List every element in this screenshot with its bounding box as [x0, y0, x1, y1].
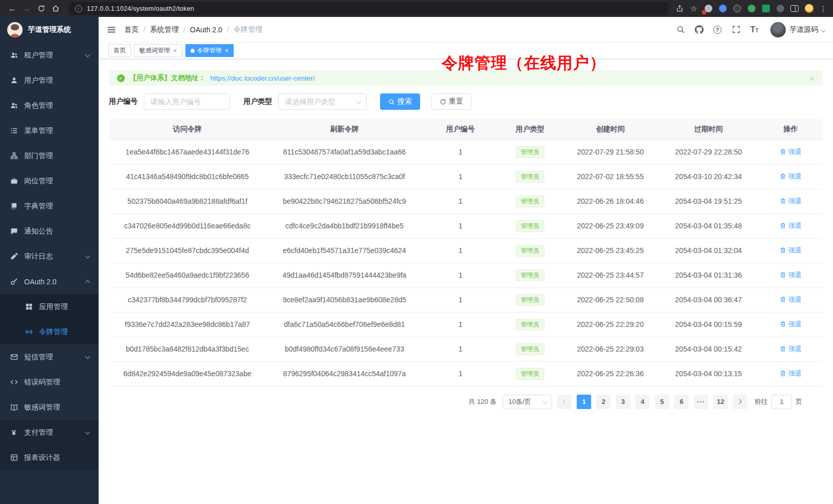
- share-icon[interactable]: [675, 4, 684, 13]
- delete-icon: [780, 272, 786, 278]
- user-type-badge: 管理员: [516, 171, 544, 183]
- force-logout-button[interactable]: 强退: [780, 172, 802, 181]
- goto-suffix: 页: [796, 397, 802, 406]
- font-size-button[interactable]: TT: [749, 24, 760, 35]
- extension-icon-5[interactable]: [761, 4, 770, 13]
- next-page-button[interactable]: [733, 395, 747, 409]
- user-dropdown[interactable]: 芋道源码: [770, 22, 825, 37]
- breadcrumb-item-0[interactable]: 首页: [124, 25, 139, 34]
- alert-close-icon[interactable]: ×: [810, 74, 815, 83]
- browser-back-button[interactable]: ←: [5, 2, 20, 15]
- home-icon: [52, 5, 60, 12]
- breadcrumb-item-2[interactable]: OAuth 2.0: [190, 26, 222, 34]
- sidebar-item-pay[interactable]: ¥ 支付管理: [0, 420, 99, 445]
- created-at-cell: 2022-06-26 18:04:46: [562, 189, 659, 214]
- chevron-right-icon: [737, 399, 742, 404]
- sidebar-item-dept[interactable]: 部门管理: [0, 143, 99, 168]
- force-logout-button[interactable]: 强退: [780, 295, 802, 304]
- browser-profile-avatar[interactable]: [804, 4, 813, 13]
- search-button[interactable]: 搜索: [380, 93, 420, 110]
- fullscreen-button[interactable]: [730, 24, 742, 35]
- sidebar-item-audit-log[interactable]: 审计日志: [0, 244, 99, 269]
- app-logo[interactable]: 芋道管理系统: [0, 17, 99, 43]
- browser-reload-button[interactable]: [34, 2, 48, 15]
- extension-icon-4[interactable]: [747, 4, 756, 13]
- user-id-input[interactable]: [144, 93, 230, 110]
- alert-doc-link[interactable]: https://doc.iocoder.cn/user-center/: [211, 74, 315, 82]
- prev-page-button[interactable]: [557, 395, 572, 409]
- page-button-4[interactable]: 4: [635, 395, 650, 409]
- browser-menu-icon[interactable]: ⋮: [819, 4, 828, 13]
- force-logout-button[interactable]: 强退: [780, 246, 802, 255]
- sidebar-item-tenant[interactable]: 租户管理: [0, 43, 99, 68]
- sidebar-item-menu[interactable]: 菜单管理: [0, 118, 99, 143]
- address-bar[interactable]: i 127.0.0.1:1024/system/oauth2/token: [69, 2, 669, 15]
- github-button[interactable]: [693, 24, 705, 35]
- refresh-token-cell: 49d1aa46d1454fbd87591444423be9fa: [266, 263, 423, 287]
- extension-icon-6[interactable]: [775, 4, 785, 13]
- sidebar-item-error-code[interactable]: 错误码管理: [0, 370, 99, 395]
- sidebar-item-post[interactable]: 岗位管理: [0, 168, 99, 193]
- force-logout-button[interactable]: 强退: [780, 369, 802, 378]
- bookmark-star-icon[interactable]: ☆: [689, 4, 698, 13]
- page-button-5[interactable]: 5: [655, 395, 669, 409]
- force-logout-button[interactable]: 强退: [780, 270, 802, 280]
- browser-forward-button[interactable]: →: [20, 2, 34, 15]
- user-id-cell: 1: [423, 263, 498, 287]
- user-type-select[interactable]: [278, 93, 367, 110]
- help-button[interactable]: ?: [712, 24, 723, 35]
- goto-page-input[interactable]: [771, 395, 792, 409]
- page-button-3[interactable]: 3: [616, 395, 630, 409]
- tab-0[interactable]: 首页: [108, 44, 131, 57]
- active-tab-dot: [191, 49, 195, 53]
- page-button-12[interactable]: 12: [713, 395, 728, 409]
- yen-icon: ¥: [10, 429, 18, 437]
- envelope-icon: [10, 353, 18, 361]
- delete-icon: [780, 370, 786, 377]
- sidebar-item-dict[interactable]: 字典管理: [0, 193, 99, 219]
- browser-home-button[interactable]: [48, 2, 63, 15]
- page-size-select[interactable]: [503, 395, 552, 409]
- extension-icon-2[interactable]: [718, 4, 727, 13]
- reset-button[interactable]: 重置: [431, 93, 471, 110]
- sidebar-item-oauth2-token[interactable]: 令牌管理: [0, 319, 99, 344]
- access-token-cell: 275e5de9151045fe87cbdc395e004f4d: [109, 238, 266, 263]
- sidebar-item-user[interactable]: 用户管理: [0, 68, 99, 93]
- tags-view: 首页 敏感词管理 × 令牌管理 ×: [99, 43, 833, 59]
- more-pages-button[interactable]: ···: [694, 395, 708, 409]
- header-search-button[interactable]: [675, 24, 686, 35]
- force-logout-button[interactable]: 强退: [780, 320, 802, 329]
- tab-2[interactable]: 令牌管理 ×: [185, 44, 234, 57]
- sidebar-item-role[interactable]: 角色管理: [0, 93, 99, 118]
- tab-1[interactable]: 敏感词管理 ×: [134, 44, 182, 57]
- expires-at-cell: 2054-03-04 00:36:47: [658, 287, 759, 312]
- page-button-2[interactable]: 2: [596, 395, 611, 409]
- force-logout-button[interactable]: 强退: [780, 147, 802, 157]
- page-button-6[interactable]: 6: [674, 395, 689, 409]
- sidebar-item-oauth2-app[interactable]: 应用管理: [0, 294, 99, 319]
- search-icon: [676, 25, 685, 34]
- sidebar-item-oauth2[interactable]: OAuth 2.0: [0, 269, 99, 294]
- sidebar-item-report-designer[interactable]: 报表设计器: [0, 445, 99, 470]
- table-row: c347026e805e4d99b0d116eae66eda8c cdfc4ce…: [109, 214, 823, 238]
- force-logout-button[interactable]: 强退: [780, 197, 802, 206]
- sidebar-item-notice[interactable]: 通知公告: [0, 219, 99, 244]
- page-button-1[interactable]: 1: [577, 395, 591, 409]
- site-info-icon[interactable]: i: [75, 5, 82, 12]
- breadcrumb-item-1[interactable]: 系统管理: [150, 25, 179, 34]
- extension-icon-1[interactable]: [704, 4, 713, 13]
- table-row: b0d1785bc3a8482f812db4a3f3bd15ec b0df498…: [109, 337, 823, 361]
- access-token-cell: 54d6be82ee5a460a9aedc1f9bf223656: [109, 263, 266, 287]
- close-icon[interactable]: ×: [225, 47, 229, 54]
- split-view-icon[interactable]: [790, 4, 799, 13]
- force-logout-button[interactable]: 强退: [780, 344, 802, 354]
- sidebar-item-sensitive-word[interactable]: 敏感词管理: [0, 395, 99, 420]
- close-icon[interactable]: ×: [173, 47, 177, 54]
- table-row: 502375b8040a469a9b82188afdf6af1f be90422…: [109, 189, 823, 214]
- chevron-up-icon: [85, 280, 90, 285]
- extension-icon-3[interactable]: [732, 4, 742, 13]
- force-logout-button[interactable]: 强退: [780, 221, 802, 230]
- sidebar-item-sms[interactable]: 短信管理: [0, 344, 99, 370]
- refresh-token-cell: be90422b8c7946218275a508bf524fc9: [266, 189, 423, 214]
- sidebar-toggle-button[interactable]: [99, 17, 124, 43]
